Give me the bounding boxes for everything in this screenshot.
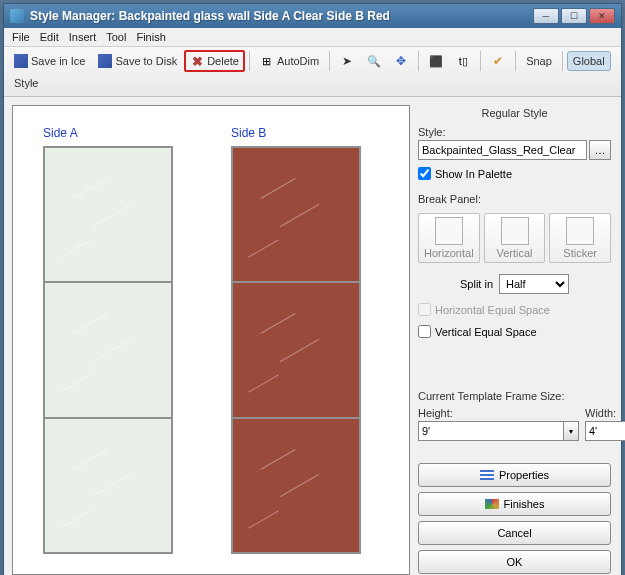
save-to-disk-button[interactable]: Save to Disk — [92, 50, 183, 72]
height-dropdown[interactable]: ▾ — [563, 421, 579, 441]
break-sticker-button[interactable]: Sticker — [549, 213, 611, 263]
split-in-label: Split in — [460, 278, 493, 290]
horiz-equal-row[interactable]: Horizontal Equal Space — [418, 301, 611, 318]
vert-equal-checkbox[interactable] — [418, 325, 431, 338]
pointer-icon: ➤ — [340, 54, 354, 68]
side-a-label: Side A — [43, 126, 191, 140]
finishes-button[interactable]: Finishes — [418, 492, 611, 516]
delete-button[interactable]: ✖ Delete — [184, 50, 245, 72]
show-in-palette-checkbox[interactable] — [418, 167, 431, 180]
side-b-panel[interactable] — [231, 146, 361, 554]
check-icon: ✔ — [491, 54, 505, 68]
style-button[interactable]: Style — [8, 73, 44, 93]
side-b-label: Side B — [231, 126, 379, 140]
height-label: Height: — [418, 407, 579, 419]
titlebar: Style Manager: Backpainted glass wall Si… — [4, 4, 621, 28]
disk-icon — [14, 54, 28, 68]
global-button[interactable]: Global — [567, 51, 611, 71]
width-input[interactable] — [585, 421, 625, 441]
plus-icon: ⬛ — [429, 54, 443, 68]
show-in-palette-label: Show In Palette — [435, 168, 512, 180]
style-browse-button[interactable]: … — [589, 140, 611, 160]
minimize-button[interactable]: ─ — [533, 8, 559, 24]
text-icon: t▯ — [456, 54, 470, 68]
autodim-icon: ⊞ — [260, 54, 274, 68]
height-input[interactable] — [418, 421, 563, 441]
finishes-icon — [485, 499, 499, 509]
autodim-button[interactable]: ⊞ AutoDim — [254, 50, 325, 72]
horiz-equal-label: Horizontal Equal Space — [435, 304, 550, 316]
separator — [329, 51, 330, 71]
separator — [418, 51, 419, 71]
separator — [515, 51, 516, 71]
menu-tool[interactable]: Tool — [106, 31, 126, 43]
properties-button[interactable]: Properties — [418, 463, 611, 487]
disk-icon — [98, 54, 112, 68]
menu-file[interactable]: File — [12, 31, 30, 43]
vert-equal-row[interactable]: Vertical Equal Space — [418, 323, 611, 340]
zoom-icon: 🔍 — [367, 54, 381, 68]
break-panel-label: Break Panel: — [418, 193, 611, 205]
delete-x-icon: ✖ — [190, 54, 204, 68]
menu-finish[interactable]: Finish — [136, 31, 165, 43]
toolbar: Save in Ice Save to Disk ✖ Delete ⊞ Auto… — [4, 47, 621, 97]
style-label: Style: — [418, 126, 611, 138]
properties-icon — [480, 470, 494, 480]
vertical-icon — [501, 217, 529, 245]
content-area: Side A Side B Regular Style Style: — [4, 97, 621, 575]
check-tool[interactable]: ✔ — [485, 50, 511, 72]
show-in-palette-row[interactable]: Show In Palette — [418, 165, 611, 182]
window-title: Style Manager: Backpainted glass wall Si… — [30, 9, 527, 23]
maximize-button[interactable]: ☐ — [561, 8, 587, 24]
horiz-equal-checkbox — [418, 303, 431, 316]
menu-insert[interactable]: Insert — [69, 31, 97, 43]
save-in-ice-button[interactable]: Save in Ice — [8, 50, 91, 72]
separator — [249, 51, 250, 71]
break-horizontal-button[interactable]: Horizontal — [418, 213, 480, 263]
menubar: File Edit Insert Tool Finish — [4, 28, 621, 47]
ok-button[interactable]: OK — [418, 550, 611, 574]
add-tool[interactable]: ⬛ — [423, 50, 449, 72]
close-button[interactable]: ✕ — [589, 8, 615, 24]
style-input[interactable] — [418, 140, 587, 160]
horizontal-icon — [435, 217, 463, 245]
width-label: Width: — [585, 407, 625, 419]
side-a-column: Side A — [43, 126, 191, 554]
zoom-tool[interactable]: 🔍 — [361, 50, 387, 72]
separator — [480, 51, 481, 71]
frame-size-label: Current Template Frame Size: — [418, 390, 611, 402]
properties-panel: Regular Style Style: … Show In Palette B… — [418, 105, 613, 575]
text-tool[interactable]: t▯ — [450, 50, 476, 72]
cancel-button[interactable]: Cancel — [418, 521, 611, 545]
app-icon — [10, 9, 24, 23]
pointer-tool[interactable]: ➤ — [334, 50, 360, 72]
menu-edit[interactable]: Edit — [40, 31, 59, 43]
style-manager-window: Style Manager: Backpainted glass wall Si… — [3, 3, 622, 575]
sticker-icon — [566, 217, 594, 245]
snap-button[interactable]: Snap — [520, 51, 558, 71]
split-in-select[interactable]: Half — [499, 274, 569, 294]
break-vertical-button[interactable]: Vertical — [484, 213, 546, 263]
pan-tool[interactable]: ✥ — [388, 50, 414, 72]
vert-equal-label: Vertical Equal Space — [435, 326, 537, 338]
preview-pane: Side A Side B — [12, 105, 410, 575]
section-title: Regular Style — [418, 105, 611, 121]
side-b-column: Side B — [231, 126, 379, 554]
separator — [562, 51, 563, 71]
side-a-panel[interactable] — [43, 146, 173, 554]
pan-icon: ✥ — [394, 54, 408, 68]
